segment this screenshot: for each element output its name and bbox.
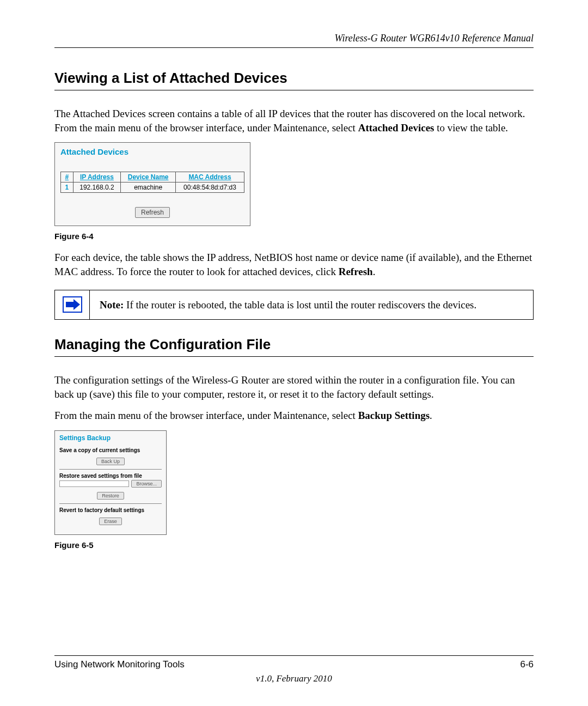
- section1-para2-post: .: [373, 266, 376, 277]
- col-name: Device Name: [121, 172, 176, 182]
- cell-num: 1: [61, 182, 74, 193]
- arrow-right-icon: [63, 296, 82, 313]
- attached-devices-table: # IP Address Device Name MAC Address 1 1…: [60, 172, 244, 193]
- footer-right: 6-6: [520, 659, 534, 670]
- footer-center: v1.0, February 2010: [54, 673, 534, 684]
- page-footer: Using Network Monitoring Tools 6-6 v1.0,…: [54, 655, 534, 684]
- cell-ip: 192.168.0.2: [73, 182, 121, 193]
- col-mac: MAC Address: [175, 172, 244, 182]
- note-text: Note: If the router is rebooted, the tab…: [90, 290, 533, 320]
- col-num: #: [61, 172, 74, 182]
- section2-para1: The configuration settings of the Wirele…: [54, 373, 534, 401]
- section1-para1-bold: Attached Devices: [358, 122, 434, 133]
- note-body: If the router is rebooted, the table dat…: [124, 299, 476, 311]
- settings-backup-panel: Settings Backup Save a copy of current s…: [54, 430, 167, 535]
- table-row: 1 192.168.0.2 emachine 00:48:54:8d:d7:d3: [61, 182, 244, 193]
- restore-label: Restore saved settings from file: [59, 473, 162, 479]
- manual-title: Wireless-G Router WGR614v10 Reference Ma…: [334, 33, 534, 44]
- attached-devices-panel: Attached Devices # IP Address Device Nam…: [54, 142, 250, 226]
- col-ip: IP Address: [73, 172, 121, 182]
- section2-para2-post: .: [430, 410, 432, 421]
- section2-para2: From the main menu of the browser interf…: [54, 409, 534, 423]
- backup-button[interactable]: Back Up: [96, 458, 125, 465]
- section1-para2-pre: For each device, the table shows the IP …: [54, 252, 532, 277]
- cell-mac: 00:48:54:8d:d7:d3: [175, 182, 244, 193]
- section2-para2-bold: Backup Settings: [358, 410, 430, 421]
- page-header: Wireless-G Router WGR614v10 Reference Ma…: [54, 33, 534, 48]
- erase-button[interactable]: Erase: [99, 518, 122, 525]
- table-header-row: # IP Address Device Name MAC Address: [61, 172, 244, 182]
- save-copy-label: Save a copy of current settings: [59, 447, 162, 453]
- divider: [59, 503, 162, 504]
- settings-backup-title: Settings Backup: [59, 434, 162, 442]
- refresh-button[interactable]: Refresh: [135, 207, 170, 218]
- note-icon-cell: [55, 290, 90, 320]
- note-label: Note:: [100, 299, 124, 311]
- figure-6-4-caption: Figure 6-4: [54, 232, 534, 241]
- section1-para1-post: to view the table.: [434, 122, 508, 133]
- restore-button[interactable]: Restore: [97, 492, 124, 500]
- section1-para1: The Attached Devices screen contains a t…: [54, 107, 534, 135]
- note-box: Note: If the router is rebooted, the tab…: [54, 290, 534, 320]
- figure-6-5-caption: Figure 6-5: [54, 540, 534, 550]
- footer-left: Using Network Monitoring Tools: [54, 659, 185, 670]
- section2-para2-pre: From the main menu of the browser interf…: [54, 410, 358, 421]
- browse-button[interactable]: Browse...: [131, 480, 162, 488]
- section1-para2: For each device, the table shows the IP …: [54, 251, 534, 278]
- restore-file-input[interactable]: [59, 480, 129, 487]
- attached-devices-title: Attached Devices: [60, 147, 244, 156]
- section1-para2-bold: Refresh: [339, 266, 373, 277]
- cell-name: emachine: [121, 182, 176, 193]
- section-heading-config-file: Managing the Configuration File: [54, 336, 534, 357]
- divider: [59, 469, 162, 470]
- revert-label: Revert to factory default settings: [59, 507, 162, 513]
- section-heading-attached-devices: Viewing a List of Attached Devices: [54, 70, 534, 90]
